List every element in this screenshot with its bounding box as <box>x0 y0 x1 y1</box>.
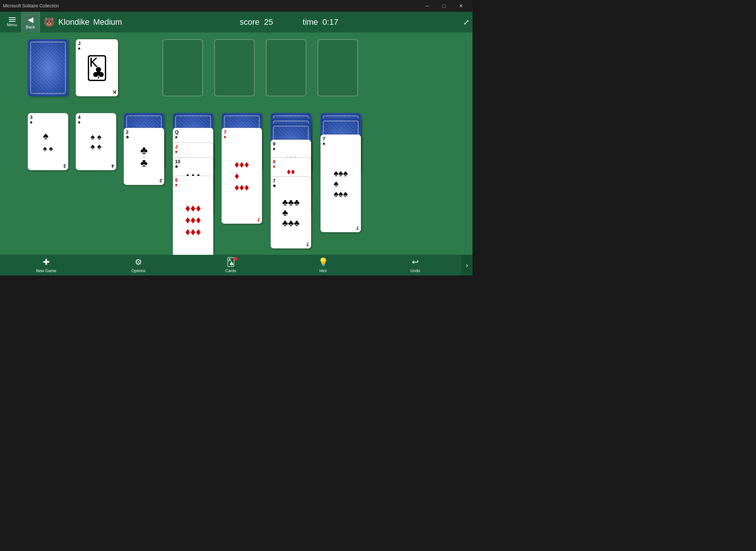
more-button[interactable]: › <box>461 255 472 276</box>
close-button[interactable]: ✕ <box>453 0 470 12</box>
undo-button[interactable]: ↩ Undo <box>369 255 461 276</box>
card-back-pattern <box>28 40 68 96</box>
game-title-area: 🐻 Klondike Medium <box>44 17 122 27</box>
new-game-label: New Game <box>36 268 56 273</box>
app-title: Microsoft Solitaire Collection <box>3 3 59 8</box>
7c-pips: ♣♣♣♣♣♣♣ <box>271 177 311 248</box>
score-label: score <box>240 17 260 27</box>
header: Menu ◀ Back 🐻 Klondike Medium score 25 t… <box>0 12 472 32</box>
nine-pips: ♦♦♦♦♦♦♦♦♦ <box>173 176 213 255</box>
bottom-bar: ✚ New Game ⚙ Options 🂡 Cards 💡 Hint ↩ Un… <box>0 255 472 276</box>
tableau-col3-card2[interactable]: 2♣ 2 ♣♣ <box>124 128 164 185</box>
foundation-1[interactable] <box>162 39 203 96</box>
tableau-col7-7s[interactable]: 7♠ 7 ♠♠♠♠♠♠♠ <box>320 134 361 232</box>
game-difficulty: Medium <box>93 17 122 27</box>
tableau-col6-7c[interactable]: 7♣ 7 ♣♣♣♣♣♣♣ <box>271 177 311 249</box>
seven-d-pips: ♦♦♦♦♦♦♦ <box>222 128 262 223</box>
time-area: time 0:17 <box>303 17 339 27</box>
titlebar-left: Microsoft Solitaire Collection <box>3 3 59 8</box>
menu-label: Menu <box>7 23 17 27</box>
time-value: 0:17 <box>323 17 339 27</box>
minimize-button[interactable]: ─ <box>419 0 436 12</box>
stock-pile[interactable] <box>28 39 68 96</box>
foundation-4[interactable] <box>317 39 358 96</box>
hint-icon: 💡 <box>318 257 328 267</box>
chevron-right-icon: › <box>466 261 468 269</box>
card-label-bottom: K <box>113 90 116 95</box>
score-value: 25 <box>264 17 273 27</box>
foundation-3[interactable] <box>266 39 306 96</box>
time-label: time <box>303 17 318 27</box>
notification-dot <box>234 257 237 261</box>
fullscreen-button[interactable]: ⤢ <box>463 18 470 27</box>
back-button[interactable]: ◀ Back <box>21 12 40 32</box>
hamburger-icon <box>9 17 16 22</box>
plus-icon: ✚ <box>43 257 49 267</box>
hint-button[interactable]: 💡 Hint <box>277 255 369 276</box>
game-area: J♠ K 🃞 3♠ 3 ♠♠ ♠ 4♠ 4 ♠ ♠♠ ♠ 2♣ 2 ♣♣ <box>0 32 472 255</box>
tableau-col1-card1[interactable]: 3♠ 3 ♠♠ ♠ <box>28 113 68 170</box>
7s-pips: ♠♠♠♠♠♠♠ <box>321 135 361 232</box>
cards-button[interactable]: 🂡 Cards <box>185 255 277 276</box>
titlebar-controls: ─ □ ✕ <box>419 0 470 12</box>
options-button[interactable]: ⚙ Options <box>92 255 185 276</box>
titlebar: Microsoft Solitaire Collection ─ □ ✕ <box>0 0 472 12</box>
restore-button[interactable]: □ <box>436 0 453 12</box>
card-pips-1: ♠♠ ♠ <box>28 113 68 170</box>
game-name: Klondike <box>58 17 89 27</box>
foundation-2[interactable] <box>214 39 255 96</box>
options-label: Options <box>131 268 145 273</box>
cards-label: Cards <box>225 268 236 273</box>
tableau-col2-card1[interactable]: 4♠ 4 ♠ ♠♠ ♠ <box>76 113 116 170</box>
tableau-col5-7d[interactable]: 7♦ 7 ♦♦♦♦♦♦♦ <box>221 128 262 224</box>
waste-pile-card-k[interactable]: J♠ K 🃞 <box>76 39 118 96</box>
bear-icon: 🐻 <box>44 17 55 27</box>
undo-icon: ↩ <box>412 257 419 267</box>
king-face: 🃞 <box>79 46 115 89</box>
card-pips-2: ♠ ♠♠ ♠ <box>76 113 116 170</box>
back-icon: ◀ <box>28 15 33 24</box>
tableau-col4-9[interactable]: 9♦ ♦♦♦♦♦♦♦♦♦ <box>173 176 213 255</box>
score-area: score 25 <box>240 17 273 27</box>
gear-icon: ⚙ <box>135 257 142 267</box>
hint-label: Hint <box>319 268 327 273</box>
undo-label: Undo <box>410 268 420 273</box>
card-back-inner <box>31 42 65 93</box>
new-game-button[interactable]: ✚ New Game <box>0 255 92 276</box>
back-label: Back <box>26 25 35 29</box>
card-pips-3: ♣♣ <box>124 128 164 185</box>
menu-button[interactable]: Menu <box>3 12 21 32</box>
